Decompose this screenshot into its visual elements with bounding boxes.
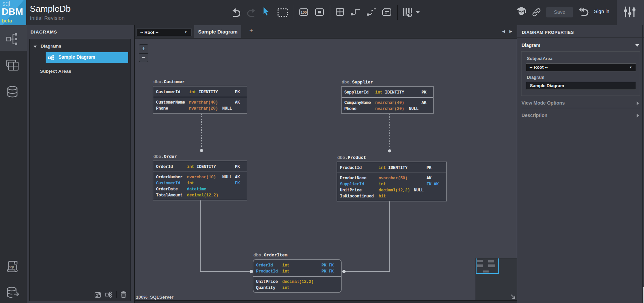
svg-text:100: 100: [301, 10, 307, 14]
svg-text:SQL: SQL: [9, 265, 15, 269]
